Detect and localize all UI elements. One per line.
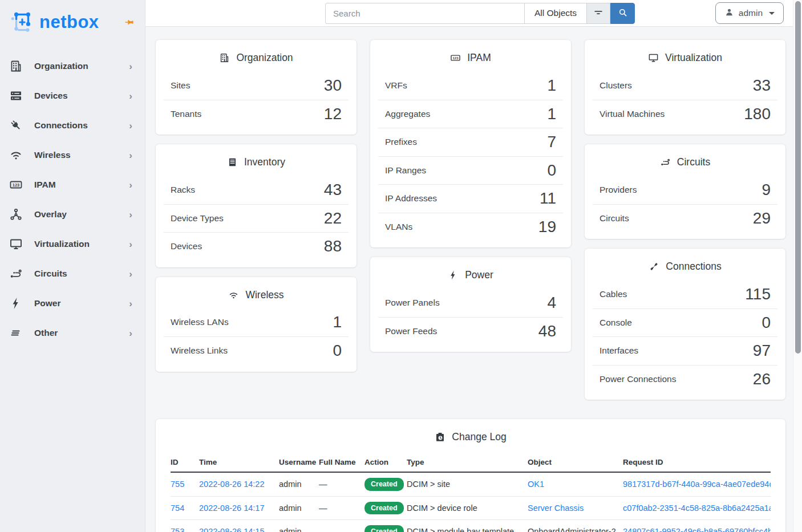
stat-row: Console 0 [593, 308, 777, 337]
stat-link-vrfs[interactable]: VRFs [385, 80, 407, 91]
column-header-username[interactable]: Username [279, 453, 319, 472]
sidebar-item-wireless[interactable]: Wireless › [0, 140, 145, 170]
counter-icon: 123 [450, 52, 461, 63]
stat-link-wireless-links[interactable]: Wireless Links [171, 346, 228, 356]
stat-link-tenants[interactable]: Tenants [171, 109, 201, 119]
plug-icon [9, 119, 23, 132]
chevron-right-icon: › [129, 151, 132, 160]
main-area: All Objects admin Organization [145, 0, 793, 532]
column-header-request-id[interactable]: Request ID [623, 453, 771, 472]
sidebar-item-circuits[interactable]: Circuits › [0, 259, 145, 289]
filter-button[interactable] [587, 3, 610, 24]
netbox-logo-icon[interactable] [9, 9, 35, 35]
change-id-link[interactable]: 754 [171, 503, 184, 513]
user-icon [724, 7, 734, 19]
stat-link-power-panels[interactable]: Power Panels [385, 298, 440, 308]
svg-text:123: 123 [13, 182, 20, 188]
stat-link-clusters[interactable]: Clusters [600, 80, 632, 91]
stat-link-racks[interactable]: Racks [171, 185, 195, 195]
request-id-link[interactable]: 24807c61-9952-49c6-b8a5-69760bfcc4b3 [623, 527, 771, 532]
stat-link-interfaces[interactable]: Interfaces [600, 346, 638, 356]
chevron-right-icon: › [129, 269, 132, 279]
change-object-link[interactable]: Server Chassis [528, 503, 584, 513]
card-title-text: Inventory [244, 156, 285, 168]
change-username: admin [279, 503, 302, 513]
sidebar-item-virtualization[interactable]: Virtualization › [0, 229, 145, 259]
change-object: OnboardAdministrator-2 [528, 527, 616, 532]
change-username: admin [279, 480, 302, 489]
sidebar-item-ipam[interactable]: 123 IPAM › [0, 170, 145, 200]
sidebar-item-organization[interactable]: Organization › [0, 51, 145, 81]
sidebar-item-other[interactable]: Other › [0, 318, 145, 348]
stat-link-power-feeds[interactable]: Power Feeds [385, 326, 437, 336]
change-type: DCIM > module bay template [407, 527, 514, 532]
stat-value: 30 [324, 76, 342, 95]
column-header-id[interactable]: ID [171, 453, 199, 472]
request-id-link[interactable]: c07f0ab2-2351-4c58-825a-8b6a2425a1ab [623, 503, 771, 513]
stat-row: Device Types 22 [164, 204, 349, 233]
stat-row: IP Ranges 0 [378, 156, 563, 185]
stat-link-aggregates[interactable]: Aggregates [385, 109, 430, 119]
column-header-action[interactable]: Action [364, 453, 407, 472]
sidebar-item-power[interactable]: Power › [0, 289, 145, 318]
search-button[interactable] [610, 3, 635, 24]
change-id-link[interactable]: 753 [171, 527, 184, 532]
stat-link-ip-ranges[interactable]: IP Ranges [385, 165, 426, 176]
stat-link-wireless-lans[interactable]: Wireless LANs [171, 317, 229, 327]
sidebar-item-devices[interactable]: Devices › [0, 81, 145, 111]
connections-card: Connections Cables 115 Console 0 Interfa… [585, 249, 785, 400]
cable-icon [649, 261, 659, 272]
stat-row: Interfaces 97 [593, 336, 777, 365]
stat-link-circuits[interactable]: Circuits [600, 213, 629, 224]
user-menu-button[interactable]: admin [715, 2, 784, 24]
change-time-link[interactable]: 2022-08-26 14:17 [199, 503, 265, 513]
stat-link-devices[interactable]: Devices [171, 241, 202, 251]
change-id-link[interactable]: 755 [171, 480, 184, 489]
pin-icon [123, 17, 135, 28]
stat-row: Tenants 12 [164, 100, 349, 128]
stat-link-console[interactable]: Console [600, 318, 632, 328]
change-time-link[interactable]: 2022-08-26 14:15 [199, 527, 265, 532]
sidebar-item-connections[interactable]: Connections › [0, 111, 145, 140]
column-header-type[interactable]: Type [407, 453, 528, 472]
card-title-text: Organization [236, 52, 293, 64]
change-time-link[interactable]: 2022-08-26 14:22 [199, 480, 265, 489]
action-badge: Created [364, 502, 404, 515]
search-scope-button[interactable]: All Objects [524, 3, 587, 24]
sidebar-item-label: Organization [34, 61, 129, 71]
change-object-link[interactable]: OK1 [528, 480, 544, 489]
chevron-right-icon: › [129, 239, 132, 249]
stat-value: 1 [333, 313, 342, 331]
bolt-icon [9, 297, 23, 310]
column-header-full-name[interactable]: Full Name [319, 453, 364, 472]
changelog-row: 753 2022-08-26 14:15 admin — Created DCI… [171, 520, 771, 532]
pin-sidebar-button[interactable] [122, 15, 136, 29]
request-id-link[interactable]: 9817317d-b67f-440a-99ca-4ae07ede94df [623, 480, 771, 489]
stat-link-virtual-machines[interactable]: Virtual Machines [600, 109, 665, 119]
scrollbar-thumb[interactable] [795, 1, 801, 354]
stat-link-vlans[interactable]: VLANs [385, 222, 412, 232]
sidebar-item-label: Overlay [34, 209, 129, 220]
stat-link-providers[interactable]: Providers [600, 185, 637, 195]
stat-link-cables[interactable]: Cables [600, 289, 627, 299]
stat-link-prefixes[interactable]: Prefixes [385, 137, 417, 147]
sidebar-item-overlay[interactable]: Overlay › [0, 200, 145, 229]
svg-text:123: 123 [453, 56, 459, 60]
vertical-scrollbar[interactable] [793, 0, 802, 532]
stat-row: Power Connections 26 [593, 365, 777, 393]
chevron-right-icon: › [129, 62, 132, 71]
stat-row: Wireless LANs 1 [164, 308, 349, 337]
column-header-object[interactable]: Object [528, 453, 623, 472]
stat-link-ip-addresses[interactable]: IP Addresses [385, 193, 437, 204]
netbox-wordmark[interactable]: netbox [39, 12, 99, 33]
search-input[interactable] [325, 3, 524, 24]
user-name: admin [739, 8, 763, 18]
topbar: All Objects admin [145, 0, 793, 27]
stat-link-power-connections[interactable]: Power Connections [600, 374, 676, 384]
stat-link-device-types[interactable]: Device Types [171, 213, 224, 224]
card-title-text: Power [465, 269, 493, 281]
card-title-text: IPAM [467, 52, 491, 64]
stat-link-sites[interactable]: Sites [171, 80, 190, 91]
column-header-time[interactable]: Time [199, 453, 279, 472]
sidebar-item-label: Wireless [34, 150, 129, 160]
